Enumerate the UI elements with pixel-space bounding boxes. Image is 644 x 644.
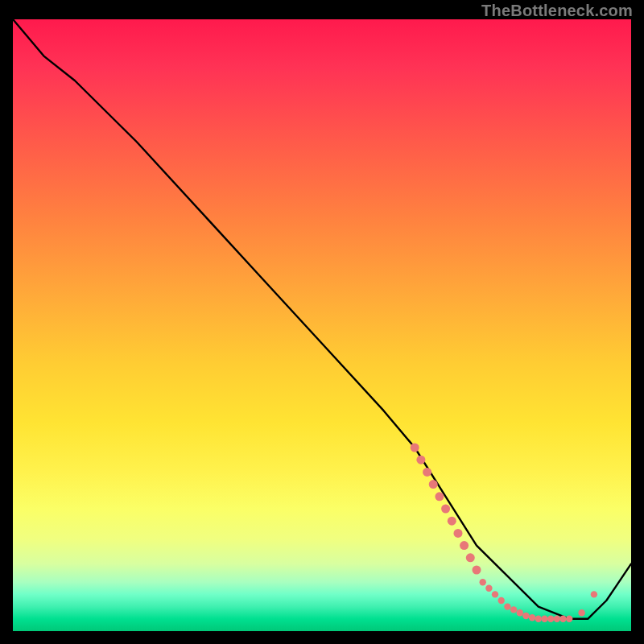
highlight-point [492,591,498,597]
highlight-point [448,517,456,526]
highlight-point [454,529,463,538]
watermark-text: TheBottleneck.com [481,2,633,20]
highlight-point [504,603,510,609]
highlight-point [411,444,419,452]
highlight-point [416,456,425,464]
highlight-point [435,492,444,501]
highlight-point [554,616,560,622]
highlight-markers [411,444,597,623]
highlight-point [578,609,584,616]
highlight-point [535,616,542,622]
highlight-point [466,553,475,562]
curve-layer [13,19,631,631]
highlight-point [522,613,529,619]
highlight-point [566,616,572,622]
highlight-point [473,566,481,575]
highlight-point [485,585,492,592]
highlight-point [480,579,486,585]
plot-area [13,19,631,631]
highlight-point [510,606,517,613]
highlight-point [591,591,597,597]
highlight-point [559,616,566,622]
bottleneck-curve [13,19,631,619]
highlight-point [423,468,431,477]
highlight-point [517,609,523,616]
highlight-point [429,480,438,489]
highlight-point [541,616,547,622]
highlight-point [498,597,505,604]
highlight-point [529,614,535,621]
chart-stage: TheBottleneck.com [0,0,644,644]
highlight-point [441,505,450,514]
highlight-point [547,616,554,622]
highlight-point [460,541,469,550]
